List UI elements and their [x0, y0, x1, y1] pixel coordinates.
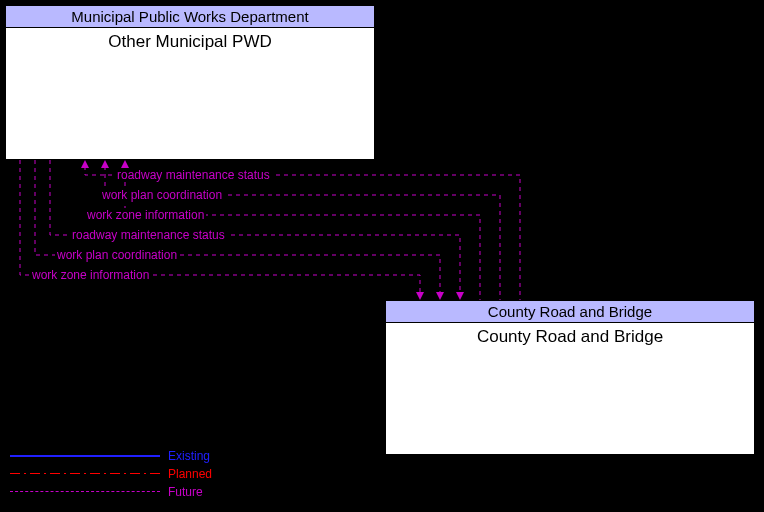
legend-line-existing: [10, 451, 160, 461]
flow-label-to-top-2: work plan coordination: [100, 188, 224, 202]
legend-row-existing: Existing: [10, 448, 212, 464]
diagram-stage: Municipal Public Works Department Other …: [0, 0, 764, 512]
svg-marker-2: [121, 160, 129, 168]
node-municipal-pwd: Municipal Public Works Department Other …: [5, 5, 375, 160]
flow-label-to-top-3: work zone information: [85, 208, 206, 222]
node-municipal-pwd-body: Other Municipal PWD: [6, 28, 374, 52]
node-county-road-bridge: County Road and Bridge County Road and B…: [385, 300, 755, 455]
svg-marker-4: [436, 292, 444, 300]
legend: Existing Planned Future: [10, 448, 212, 502]
svg-marker-3: [456, 292, 464, 300]
svg-marker-0: [81, 160, 89, 168]
flow-label-to-bottom-1: roadway maintenance status: [70, 228, 227, 242]
svg-marker-5: [416, 292, 424, 300]
legend-line-future: [10, 487, 160, 497]
legend-row-planned: Planned: [10, 466, 212, 482]
legend-line-planned: [10, 469, 160, 479]
flow-label-to-bottom-2: work plan coordination: [55, 248, 179, 262]
node-county-road-bridge-body: County Road and Bridge: [386, 323, 754, 347]
legend-label-future: Future: [168, 485, 203, 499]
flow-label-to-bottom-3: work zone information: [30, 268, 151, 282]
node-county-road-bridge-header: County Road and Bridge: [386, 301, 754, 323]
svg-marker-1: [101, 160, 109, 168]
legend-label-planned: Planned: [168, 467, 212, 481]
legend-label-existing: Existing: [168, 449, 210, 463]
flow-label-to-top-1: roadway maintenance status: [115, 168, 272, 182]
node-municipal-pwd-header: Municipal Public Works Department: [6, 6, 374, 28]
legend-row-future: Future: [10, 484, 212, 500]
